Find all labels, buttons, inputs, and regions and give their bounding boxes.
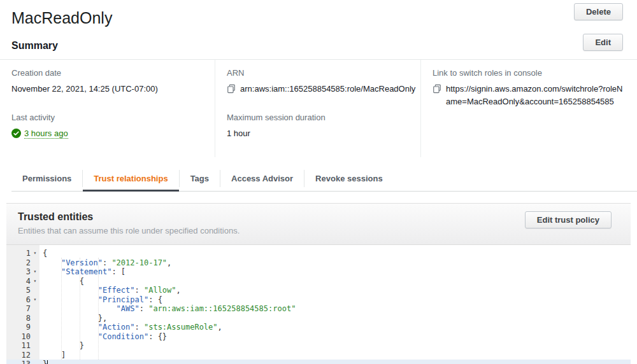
- switch-link-label: Link to switch roles in console: [433, 68, 626, 78]
- arn-value: arn:aws:iam::165258854585:role/MacReadOn…: [240, 83, 415, 95]
- summary-column-2: ARN arn:aws:iam::165258854585:role/MacRe…: [215, 60, 420, 157]
- summary-heading: Summary: [11, 40, 623, 52]
- fold-arrow-icon[interactable]: ▾: [31, 249, 39, 258]
- code-line-10: "Condition": {}: [39, 332, 631, 342]
- fold-arrow-icon[interactable]: ▾: [31, 267, 39, 277]
- trusted-entities-header: Trusted entities Entities that can assum…: [6, 204, 631, 245]
- delete-button[interactable]: Delete: [574, 3, 623, 20]
- gutter-line-10: 10: [6, 332, 39, 342]
- gutter-line-6: 6▾: [6, 295, 39, 305]
- code-line-9: "Action": "sts:AssumeRole",: [39, 323, 631, 332]
- code-line-7: "AWS": "arn:aws:iam::165258854585:root": [39, 304, 631, 314]
- code-line-5: "Effect": "Allow",: [39, 286, 631, 295]
- edit-button[interactable]: Edit: [583, 34, 623, 51]
- trust-policy-editor[interactable]: 1▾23▾4▾56▾78910111213 { "Version": "2012…: [6, 245, 631, 364]
- gutter-line-7: 7: [6, 304, 39, 314]
- gutter-line-1: 1▾: [6, 249, 39, 258]
- creation-date-value: November 22, 2021, 14:25 (UTC-07:00): [11, 83, 203, 95]
- gutter-line-8: 8: [6, 314, 39, 323]
- creation-date-field: Creation date November 22, 2021, 14:25 (…: [11, 68, 203, 95]
- gutter-line-5: 5: [6, 286, 39, 295]
- success-check-icon: [11, 129, 21, 138]
- gutter-line-3: 3▾: [6, 267, 39, 277]
- switch-link-field: Link to switch roles in console https://…: [433, 68, 626, 108]
- gutter-line-13: 13: [6, 360, 39, 364]
- edit-trust-policy-button[interactable]: Edit trust policy: [525, 211, 612, 228]
- tab-tags[interactable]: Tags: [180, 166, 220, 191]
- editor-code-area[interactable]: { "Version": "2012-10-17", "Statement": …: [39, 245, 631, 364]
- max-session-label: Maximum session duration: [227, 113, 409, 122]
- gutter-line-2: 2: [6, 258, 39, 268]
- page-title: MacReadOnly: [11, 9, 623, 27]
- summary-header: Summary Edit: [0, 27, 637, 59]
- last-activity-label: Last activity: [11, 113, 203, 122]
- tab-bar: PermissionsTrust relationshipsTagsAccess…: [11, 166, 637, 192]
- fold-arrow-icon[interactable]: ▾: [31, 295, 39, 305]
- creation-date-label: Creation date: [11, 68, 203, 78]
- max-session-field: Maximum session duration 1 hour: [227, 113, 409, 140]
- code-line-4: {: [39, 277, 631, 286]
- summary-column-1: Creation date November 22, 2021, 14:25 (…: [0, 60, 215, 157]
- summary-grid: Creation date November 22, 2021, 14:25 (…: [0, 60, 637, 157]
- copy-icon[interactable]: [433, 84, 441, 94]
- last-activity-field: Last activity 3 hours ago: [11, 113, 203, 140]
- text-cursor: [47, 360, 48, 364]
- code-line-12: ]: [39, 351, 631, 360]
- switch-link-value: https://signin.aws.amazon.com/switchrole…: [446, 83, 626, 108]
- arn-field: ARN arn:aws:iam::165258854585:role/MacRe…: [227, 68, 409, 95]
- code-line-1: {: [39, 249, 631, 258]
- code-line-3: "Statement": [: [39, 267, 631, 277]
- tab-trust-relationships[interactable]: Trust relationships: [83, 166, 178, 191]
- gutter-line-11: 11: [6, 341, 39, 351]
- code-line-8: },: [39, 314, 631, 323]
- gutter-line-9: 9: [6, 323, 39, 332]
- code-line-6: "Principal": {: [39, 295, 631, 305]
- page-header: MacReadOnly Delete: [0, 0, 637, 27]
- trusted-entities-panel: Trusted entities Entities that can assum…: [6, 203, 631, 364]
- editor-gutter: 1▾23▾4▾56▾78910111213: [6, 245, 39, 364]
- tab-revoke-sessions[interactable]: Revoke sessions: [304, 166, 394, 191]
- copy-icon[interactable]: [227, 84, 236, 94]
- code-line-2: "Version": "2012-10-17",: [39, 258, 631, 268]
- code-line-13: }: [39, 360, 631, 364]
- last-activity-link[interactable]: 3 hours ago: [24, 129, 68, 139]
- fold-arrow-icon[interactable]: ▾: [31, 277, 39, 286]
- tab-access-advisor[interactable]: Access Advisor: [220, 166, 304, 191]
- arn-label: ARN: [227, 68, 409, 78]
- gutter-line-12: 12: [6, 351, 39, 360]
- gutter-line-4: 4▾: [6, 277, 39, 286]
- code-line-11: }: [39, 341, 631, 351]
- summary-column-3: Link to switch roles in console https://…: [420, 60, 637, 157]
- tab-permissions[interactable]: Permissions: [11, 166, 82, 191]
- max-session-value: 1 hour: [227, 127, 409, 140]
